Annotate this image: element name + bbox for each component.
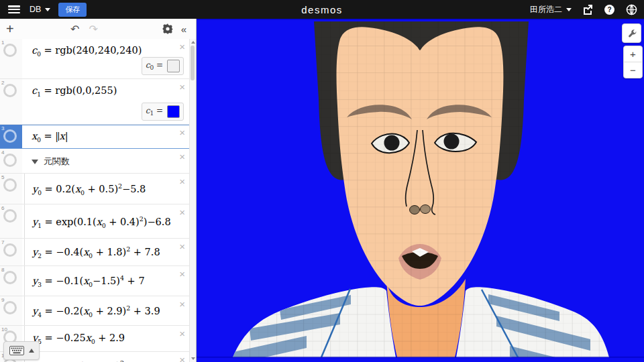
scrollbar-thumb[interactable]	[191, 46, 195, 80]
expression-row-1[interactable]: 1 c0 = rgb(240,240,240) × c0 =	[0, 39, 190, 79]
expression-content[interactable]: y1 = exp(0.1(x0 + 0.4)2)−6.8 ×	[24, 204, 190, 238]
expression-math[interactable]: x0 = |x|	[32, 131, 68, 141]
expression-content[interactable]: y4 = −0.2(x0 + 2.9)2 + 3.9 ×	[24, 296, 190, 325]
hidden-graph-circle-icon[interactable]	[3, 243, 17, 257]
expression-gutter[interactable]: 7	[0, 239, 22, 265]
zoom-controls: + −	[623, 46, 643, 78]
share-icon[interactable]	[582, 4, 593, 15]
folder-collapse-triangle-icon[interactable]	[32, 160, 38, 164]
redo-button[interactable]: ↷	[89, 23, 97, 36]
hidden-graph-circle-icon[interactable]	[3, 129, 17, 143]
expression-math[interactable]: y2 = −0.4(x0 + 1.8)2 + 7.8	[32, 247, 160, 257]
hamburger-menu-icon[interactable]	[8, 5, 20, 13]
expression-content[interactable]: x0 = |x| ×	[22, 125, 190, 148]
expression-content[interactable]: y3 = −0.1(x0−1.5)4 + 7 ×	[24, 266, 190, 296]
zoom-in-button[interactable]: +	[624, 46, 642, 62]
collapse-panel-button[interactable]: «	[181, 23, 186, 35]
hidden-graph-circle-icon[interactable]	[3, 209, 17, 223]
close-icon[interactable]: ×	[179, 127, 185, 137]
expression-row-2[interactable]: 2 c1 = rgb(0,0,255) × c1 =	[0, 79, 190, 125]
hidden-graph-circle-icon[interactable]	[3, 154, 17, 167]
expression-math[interactable]: y4 = −0.2(x0 + 2.9)2 + 3.9	[32, 306, 160, 316]
expression-gutter[interactable]: 1	[0, 39, 22, 78]
zoom-out-button[interactable]: −	[624, 62, 642, 78]
add-expression-button[interactable]: +	[6, 21, 21, 37]
folder-content[interactable]: 元関数 ×	[22, 149, 190, 173]
hidden-graph-circle-icon[interactable]	[3, 178, 17, 192]
expression-gutter[interactable]: 5	[0, 174, 22, 204]
expression-math[interactable]: c0 = rgb(240,240,240)	[32, 45, 142, 56]
row-number: 2	[1, 80, 4, 86]
close-icon[interactable]: ×	[179, 241, 185, 251]
expression-content[interactable]: y2 = −0.4(x0 + 1.8)2 + 7.8 ×	[24, 239, 190, 265]
top-bar: DB 保存 desmos 田所浩二 ?	[0, 0, 644, 19]
panel-scrollbar[interactable]	[189, 39, 196, 362]
help-icon[interactable]: ?	[604, 4, 615, 15]
expression-math[interactable]: y3 = −0.1(x0−1.5)4 + 7	[32, 276, 145, 286]
scroll-up-arrow-icon[interactable]	[191, 41, 195, 44]
expression-gutter[interactable]: 2	[0, 79, 22, 124]
save-button[interactable]: 保存	[58, 3, 87, 17]
user-menu[interactable]: 田所浩二	[530, 4, 572, 15]
expression-math[interactable]: c1 = rgb(0,0,255)	[32, 85, 117, 96]
close-icon[interactable]: ×	[179, 42, 185, 52]
expression-row-5[interactable]: 5 y0 = 0.2(x0 + 0.5)2−5.8 ×	[0, 174, 190, 204]
graph-canvas[interactable]	[196, 19, 644, 362]
expression-gutter[interactable]: 3	[0, 125, 22, 148]
expression-math[interactable]: y5 = −0.25x0 + 2.9	[32, 333, 125, 343]
hidden-graph-circle-icon[interactable]	[3, 271, 17, 284]
expression-list: 1 c0 = rgb(240,240,240) × c0 = 2 c1 = rg…	[0, 39, 190, 362]
close-icon[interactable]: ×	[179, 152, 185, 162]
expression-content[interactable]: c1 = rgb(0,0,255) × c1 =	[22, 79, 190, 124]
expression-content[interactable]: y0 = 0.2(x0 + 0.5)2−5.8 ×	[24, 174, 190, 204]
show-keyboard-button[interactable]	[3, 341, 40, 360]
expression-row-6[interactable]: 6 y1 = exp(0.1(x0 + 0.4)2)−6.8 ×	[0, 204, 190, 239]
folder-name[interactable]: 元関数	[44, 156, 70, 168]
close-icon[interactable]: ×	[179, 269, 185, 279]
graph-paper[interactable]: + −	[196, 19, 644, 362]
hidden-graph-circle-icon[interactable]	[3, 84, 17, 97]
color-preview-label: c0 =	[146, 60, 163, 71]
chevron-down-icon	[566, 8, 572, 11]
scroll-down-arrow-icon[interactable]	[191, 357, 195, 360]
row-number: 3	[1, 125, 4, 131]
color-swatch[interactable]	[167, 105, 180, 118]
hidden-graph-circle-icon[interactable]	[3, 301, 17, 314]
row-number: 4	[1, 149, 4, 156]
row-number: 6	[1, 205, 4, 211]
undo-button[interactable]: ↶	[70, 23, 79, 36]
file-menu[interactable]: DB	[30, 5, 50, 14]
close-icon[interactable]: ×	[179, 82, 185, 92]
folder-row[interactable]: 4 元関数 ×	[0, 149, 190, 174]
row-number: 1	[1, 40, 4, 46]
expression-gutter[interactable]: 9	[0, 296, 22, 325]
settings-gear-icon[interactable]	[162, 23, 173, 34]
expression-gutter[interactable]: 4	[0, 149, 22, 173]
expression-gutter[interactable]: 8	[0, 266, 22, 296]
expression-content[interactable]: c0 = rgb(240,240,240) × c0 =	[22, 39, 190, 78]
row-number: 7	[1, 239, 4, 245]
expression-gutter[interactable]: 6	[0, 204, 22, 238]
hidden-graph-circle-icon[interactable]	[3, 44, 17, 57]
expression-math[interactable]: y1 = exp(0.1(x0 + 0.4)2)−6.8	[32, 217, 171, 227]
expression-row-7[interactable]: 7 y2 = −0.4(x0 + 1.8)2 + 7.8 ×	[0, 239, 190, 266]
keyboard-open-arrow-icon	[29, 349, 34, 353]
expression-row-3-focused[interactable]: 3 x0 = |x| ×	[0, 125, 190, 149]
close-icon[interactable]: ×	[179, 176, 185, 186]
expression-toolbar: + ↶ ↷ «	[0, 19, 196, 40]
expression-row-8[interactable]: 8 y3 = −0.1(x0−1.5)4 + 7 ×	[0, 266, 190, 296]
close-icon[interactable]: ×	[179, 355, 185, 362]
expression-content[interactable]: y6 = −0.2(x0−3.3)2 + 3.9 ×	[24, 352, 190, 362]
background-boundary-top	[196, 19, 644, 20]
close-icon[interactable]: ×	[179, 299, 185, 309]
expression-content[interactable]: y5 = −0.25x0 + 2.9 ×	[24, 326, 190, 351]
expression-row-9[interactable]: 9 y4 = −0.2(x0 + 2.9)2 + 3.9 ×	[0, 296, 190, 326]
chevron-down-icon	[45, 8, 50, 11]
close-icon[interactable]: ×	[179, 207, 185, 217]
globe-language-icon[interactable]	[626, 4, 637, 15]
row-number: 8	[1, 267, 4, 273]
close-icon[interactable]: ×	[179, 328, 185, 339]
expression-math[interactable]: y0 = 0.2(x0 + 0.5)2−5.8	[32, 184, 146, 194]
graph-settings-wrench-button[interactable]	[622, 23, 641, 43]
color-swatch[interactable]	[167, 60, 180, 72]
